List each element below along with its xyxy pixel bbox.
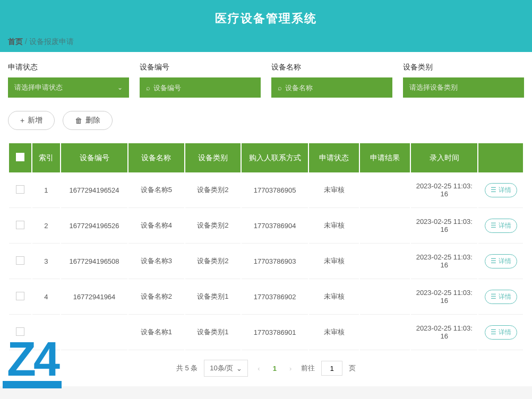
main-content: 申请状态 请选择申请状态 ⌄ 设备编号 ⌕ 设备名称 ⌕ 设备类别 请选择设备类… [0, 52, 532, 386]
page-prev[interactable]: ‹ [254, 365, 263, 372]
pagination: 共 5 条 10条/页 ⌄ ‹ 1 › 前往 页 [8, 350, 524, 386]
cell-idx: 3 [32, 244, 60, 279]
cell-status: 未审核 [309, 279, 359, 315]
row-checkbox[interactable] [16, 185, 24, 194]
data-table: 索引 设备编号 设备名称 设备类别 购入人联系方式 申请状态 申请结果 录入时间… [8, 143, 524, 350]
filter-code-group: 设备编号 ⌕ [140, 63, 261, 98]
table-container: 索引 设备编号 设备名称 设备类别 购入人联系方式 申请状态 申请结果 录入时间… [8, 143, 524, 350]
cell-code: 1677294196524 [61, 172, 127, 208]
header-phone: 购入人联系方式 [242, 143, 308, 172]
cell-cat: 设备类别2 [185, 172, 241, 208]
cell-idx: 1 [32, 172, 60, 208]
delete-button[interactable]: 🗑 删除 [63, 111, 113, 130]
row-checkbox[interactable] [16, 256, 24, 265]
header-cat: 设备类别 [185, 143, 241, 172]
page-current[interactable]: 1 [270, 365, 280, 372]
search-icon: ⌕ [278, 84, 282, 92]
table-row: 416772941964设备名称2设备类别117703786902未审核2023… [9, 279, 523, 315]
cell-phone: 17703786901 [242, 315, 308, 350]
cell-code: 16772941964 [61, 279, 127, 315]
filter-bar: 申请状态 请选择申请状态 ⌄ 设备编号 ⌕ 设备名称 ⌕ 设备类别 请选择设备类… [8, 63, 524, 98]
cell-code: 1677294196526 [61, 208, 127, 244]
table-row: 设备名称1设备类别117703786901未审核2023-02-25 11:03… [9, 315, 523, 350]
detail-button[interactable]: ☰ 详情 [485, 219, 517, 233]
trash-icon: 🗑 [75, 116, 82, 125]
cell-result [360, 172, 410, 208]
filter-status-label: 申请状态 [8, 63, 129, 72]
app-title: 医疗设备管理系统 [215, 11, 317, 27]
table-row: 31677294196508设备名称3设备类别217703786903未审核20… [9, 244, 523, 279]
plus-icon: + [20, 116, 24, 125]
header-status: 申请状态 [309, 143, 359, 172]
filter-name-input[interactable] [285, 84, 386, 92]
cell-time: 2023-02-25 11:03:16 [411, 208, 477, 244]
filter-code-input[interactable] [153, 84, 254, 92]
list-icon: ☰ [491, 257, 496, 265]
page-size-value: 10条/页 [210, 363, 233, 373]
cell-result [360, 279, 410, 315]
cell-result [360, 208, 410, 244]
row-checkbox[interactable] [16, 327, 24, 336]
breadcrumb-sep: / [25, 37, 27, 46]
filter-code-label: 设备编号 [140, 63, 261, 72]
header-name: 设备名称 [128, 143, 184, 172]
cell-phone: 17703786905 [242, 172, 308, 208]
filter-name-group: 设备名称 ⌕ [271, 63, 392, 98]
row-checkbox[interactable] [16, 221, 24, 229]
list-icon: ☰ [491, 293, 496, 300]
detail-button[interactable]: ☰ 详情 [485, 325, 517, 340]
table-row: 21677294196526设备名称4设备类别217703786904未审核20… [9, 208, 523, 244]
cell-time: 2023-02-25 11:03:16 [411, 279, 477, 315]
page-next[interactable]: › [286, 365, 295, 372]
row-checkbox[interactable] [16, 292, 24, 300]
cell-name: 设备名称3 [128, 244, 184, 279]
cell-phone: 17703786902 [242, 279, 308, 315]
cell-name: 设备名称1 [128, 315, 184, 350]
cell-cat: 设备类别2 [185, 244, 241, 279]
filter-name-label: 设备名称 [271, 63, 392, 72]
cell-idx: 2 [32, 208, 60, 244]
cell-cat: 设备类别1 [185, 279, 241, 315]
filter-code-wrap: ⌕ [140, 77, 261, 98]
filter-status-group: 申请状态 请选择申请状态 ⌄ [8, 63, 129, 98]
app-header: 医疗设备管理系统 [0, 0, 532, 37]
cell-time: 2023-02-25 11:03:16 [411, 172, 477, 208]
page-jump-suffix: 页 [349, 363, 356, 373]
pagination-total: 共 5 条 [176, 363, 198, 373]
filter-cat-group: 设备类别 请选择设备类别 [403, 63, 524, 98]
cell-code: 1677294196508 [61, 244, 127, 279]
filter-cat-select[interactable]: 请选择设备类别 [403, 77, 524, 98]
add-button-label: 新增 [28, 116, 42, 125]
detail-button[interactable]: ☰ 详情 [485, 254, 517, 268]
header-time: 录入时间 [411, 143, 477, 172]
delete-button-label: 删除 [85, 116, 100, 125]
detail-button[interactable]: ☰ 详情 [485, 290, 517, 304]
cell-idx [32, 315, 60, 350]
page-jump-input[interactable] [321, 361, 342, 376]
cell-time: 2023-02-25 11:03:16 [411, 315, 477, 350]
filter-status-select[interactable]: 请选择申请状态 ⌄ [8, 77, 129, 98]
breadcrumb-home[interactable]: 首页 [8, 37, 23, 46]
cell-status: 未审核 [309, 244, 359, 279]
select-all-checkbox[interactable] [16, 153, 24, 161]
search-icon: ⌕ [146, 84, 150, 92]
cell-cat: 设备类别2 [185, 208, 241, 244]
detail-button[interactable]: ☰ 详情 [485, 183, 517, 197]
cell-result [360, 244, 410, 279]
breadcrumb: 首页 / 设备报废申请 [0, 37, 532, 52]
add-button[interactable]: + 新增 [8, 111, 55, 130]
filter-cat-label: 设备类别 [403, 63, 524, 72]
cell-status: 未审核 [309, 172, 359, 208]
page-size-select[interactable]: 10条/页 ⌄ [204, 360, 248, 377]
breadcrumb-current: 设备报废申请 [29, 37, 74, 46]
cell-name: 设备名称5 [128, 172, 184, 208]
table-row: 11677294196524设备名称5设备类别217703786905未审核20… [9, 172, 523, 208]
chevron-down-icon: ⌄ [236, 365, 242, 372]
cell-name: 设备名称2 [128, 279, 184, 315]
header-code: 设备编号 [61, 143, 127, 172]
cell-status: 未审核 [309, 315, 359, 350]
cell-cat: 设备类别1 [185, 315, 241, 350]
list-icon: ☰ [491, 222, 496, 229]
action-bar: + 新增 🗑 删除 [8, 111, 524, 130]
list-icon: ☰ [491, 186, 496, 194]
